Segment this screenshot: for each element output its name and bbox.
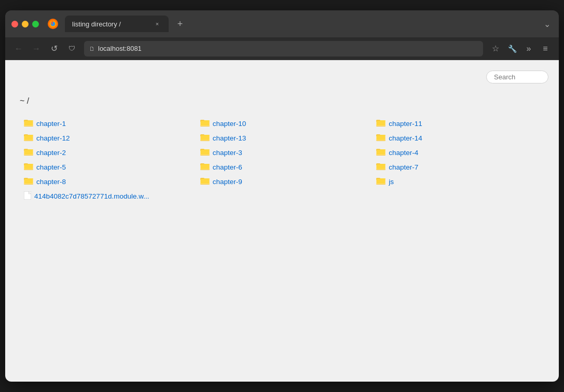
folder-icon	[376, 148, 386, 157]
more-tabs-button[interactable]: »	[521, 41, 536, 56]
nav-bar: ← → ↺ 🛡 🗋 localhost:8081 ☆ 🔧 » ≡	[5, 37, 559, 60]
shield-button[interactable]: 🛡	[64, 41, 79, 56]
folder-name: chapter-1	[36, 120, 66, 128]
svg-rect-17	[377, 121, 385, 125]
close-button[interactable]	[11, 21, 18, 27]
menu-button[interactable]: ≡	[538, 41, 553, 56]
folder-name: chapter-3	[213, 149, 242, 157]
back-button[interactable]: ←	[11, 41, 26, 56]
folder-icon	[24, 133, 33, 143]
maximize-button[interactable]	[32, 21, 39, 27]
folder-name: chapter-6	[213, 163, 242, 171]
folder-item[interactable]: chapter-13	[196, 131, 373, 145]
folder-icon	[24, 148, 33, 157]
bookmark-icon: ☆	[492, 44, 499, 53]
folder-icon	[376, 177, 386, 186]
folder-icon	[200, 148, 210, 157]
folder-icon	[24, 177, 33, 186]
folder-item[interactable]: chapter-8	[20, 174, 196, 189]
search-input[interactable]	[486, 71, 548, 83]
svg-rect-77	[377, 179, 385, 184]
file-item[interactable]: 414b4082c7d78572771d.module.w...	[20, 189, 548, 204]
active-tab[interactable]: listing directory / ×	[65, 16, 169, 32]
traffic-lights	[11, 21, 39, 27]
svg-rect-22	[24, 135, 33, 140]
svg-rect-62	[377, 164, 385, 169]
folder-icon	[24, 162, 33, 172]
bookmark-button[interactable]: ☆	[488, 41, 503, 56]
svg-rect-78	[24, 191, 31, 200]
reload-icon: ↺	[51, 44, 58, 53]
folder-name: chapter-11	[389, 120, 422, 128]
folder-name: chapter-7	[389, 163, 418, 171]
more-tabs-icon: »	[527, 44, 531, 53]
minimize-button[interactable]	[22, 21, 29, 27]
title-bar: listing directory / × + ⌄	[5, 10, 559, 37]
svg-rect-42	[201, 150, 209, 155]
folder-item[interactable]: chapter-1	[20, 116, 196, 131]
svg-rect-47	[377, 150, 385, 155]
page-icon: 🗋	[89, 46, 95, 52]
tab-title: listing directory /	[72, 20, 121, 28]
svg-rect-27	[201, 135, 209, 140]
folder-name: js	[389, 178, 394, 186]
folder-icon	[200, 133, 210, 143]
folder-item[interactable]: chapter-6	[196, 160, 373, 174]
nav-actions: ☆ 🔧 » ≡	[488, 41, 553, 56]
svg-rect-57	[201, 164, 209, 169]
tools-icon: 🔧	[508, 45, 517, 53]
folder-name: chapter-10	[213, 120, 246, 128]
search-container	[486, 71, 548, 83]
svg-rect-7	[24, 121, 33, 125]
folder-name: chapter-12	[36, 134, 70, 142]
svg-rect-67	[24, 179, 33, 184]
tab-close-button[interactable]: ×	[153, 20, 161, 28]
folder-name: chapter-2	[36, 149, 66, 157]
folder-name: chapter-4	[389, 149, 418, 157]
file-grid: chapter-1 chapter-10 chapter-11 chapter-…	[16, 116, 548, 189]
folder-name: chapter-5	[36, 163, 66, 171]
shield-icon: 🛡	[68, 45, 75, 52]
svg-rect-72	[201, 179, 209, 184]
folder-icon	[200, 162, 210, 172]
directory-path: ~ /	[16, 96, 548, 106]
tab-list-button[interactable]: ⌄	[542, 17, 553, 31]
new-tab-button[interactable]: +	[173, 17, 187, 31]
folder-item[interactable]: chapter-11	[372, 116, 548, 131]
folder-item[interactable]: chapter-3	[196, 145, 373, 160]
folder-item[interactable]: chapter-12	[20, 131, 196, 145]
folder-icon	[200, 119, 210, 128]
folder-name: chapter-14	[389, 134, 422, 142]
folder-item[interactable]: chapter-14	[372, 131, 548, 145]
folder-icon	[376, 119, 386, 128]
folder-item[interactable]: chapter-4	[372, 145, 548, 160]
firefox-icon	[47, 18, 59, 30]
reload-button[interactable]: ↺	[47, 41, 61, 56]
folder-item[interactable]: chapter-5	[20, 160, 196, 174]
svg-rect-37	[24, 150, 33, 155]
folder-icon	[24, 119, 33, 128]
folder-name: chapter-13	[213, 134, 246, 142]
url-display: localhost:8081	[98, 45, 142, 52]
folder-item[interactable]: chapter-7	[372, 160, 548, 174]
folder-name: chapter-9	[213, 178, 242, 186]
forward-button[interactable]: →	[29, 41, 44, 56]
folder-item[interactable]: chapter-9	[196, 174, 373, 189]
browser-window: listing directory / × + ⌄ ← → ↺ 🛡 🗋 loca…	[5, 10, 559, 382]
file-name: 414b4082c7d78572771d.module.w...	[34, 192, 149, 200]
folder-icon	[376, 133, 386, 143]
page-content: ~ / chapter-1 chapter-10 chapter-11 chap…	[5, 60, 559, 382]
svg-rect-52	[24, 164, 33, 169]
folder-item[interactable]: chapter-10	[196, 116, 373, 131]
folder-item[interactable]: js	[372, 174, 548, 189]
extra-files: 414b4082c7d78572771d.module.w...	[16, 189, 548, 204]
tools-button[interactable]: 🔧	[505, 41, 519, 56]
file-icon	[24, 191, 31, 201]
folder-icon	[376, 162, 386, 172]
folder-item[interactable]: chapter-2	[20, 145, 196, 160]
hamburger-icon: ≡	[543, 44, 547, 53]
address-bar[interactable]: 🗋 localhost:8081	[84, 41, 483, 57]
svg-rect-12	[201, 121, 209, 125]
forward-icon: →	[32, 44, 40, 53]
folder-icon	[200, 177, 210, 186]
